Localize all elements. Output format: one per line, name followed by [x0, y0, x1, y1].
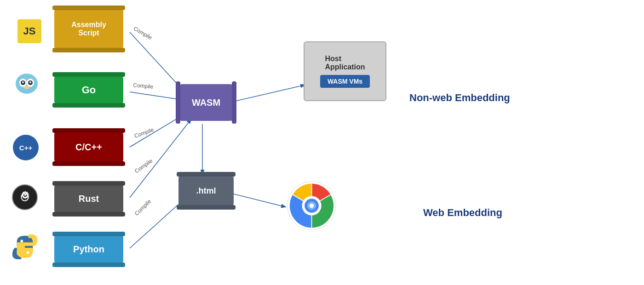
- js-icon: JS: [17, 19, 41, 43]
- host-title: HostApplication: [325, 55, 365, 71]
- python-icon: [12, 234, 38, 260]
- go-box: Go: [54, 75, 123, 105]
- non-web-embedding-label: Non-web Embedding: [409, 92, 510, 104]
- compile-label-5: Compile: [133, 198, 152, 217]
- compile-label-1: Compile: [132, 25, 153, 41]
- wasm-vms-label: WASM VMs: [320, 75, 370, 88]
- cpp-icon: C++: [13, 135, 39, 160]
- svg-line-7: [230, 193, 285, 207]
- assembly-script-box: AssemblyScript: [54, 8, 123, 50]
- svg-point-8: [16, 74, 38, 94]
- svg-point-13: [22, 81, 24, 83]
- compile-label-2: Compile: [133, 82, 154, 90]
- svg-point-27: [310, 204, 314, 208]
- python-box: Python: [54, 234, 123, 264]
- host-application-box: HostApplication WASM VMs: [304, 41, 386, 101]
- cpp-box: C/C++: [54, 131, 123, 163]
- compile-label-4: Compile: [133, 158, 154, 175]
- compile-label-3: Compile: [133, 126, 155, 139]
- wasm-box: WASM: [178, 84, 234, 121]
- svg-point-21: [20, 240, 23, 243]
- svg-point-16: [23, 86, 26, 88]
- rust-box: Rust: [54, 184, 123, 214]
- diagram: Compile Compile Compile Compile Compile …: [0, 0, 644, 285]
- svg-line-5: [225, 85, 305, 103]
- go-icon: [13, 70, 40, 97]
- web-embedding-label: Web Embedding: [423, 207, 502, 219]
- html-box: .html: [178, 175, 234, 207]
- rust-icon: ⚙: [12, 184, 38, 211]
- chrome-icon: [285, 179, 338, 232]
- svg-point-14: [29, 81, 31, 83]
- svg-point-22: [27, 251, 29, 254]
- svg-point-17: [27, 86, 30, 88]
